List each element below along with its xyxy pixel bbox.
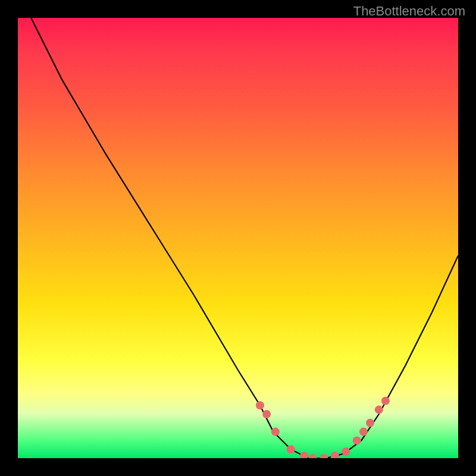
highlight-dot xyxy=(271,428,280,436)
highlight-dot xyxy=(287,445,295,453)
highlight-dot xyxy=(342,447,350,456)
highlight-dot xyxy=(381,397,390,405)
highlight-dot xyxy=(359,428,368,436)
highlight-dot xyxy=(262,410,271,418)
chart-svg xyxy=(18,18,458,458)
highlight-dot xyxy=(366,419,374,427)
highlight-dot xyxy=(309,454,317,458)
watermark-text: TheBottleneck.com xyxy=(353,4,465,19)
highlight-dot xyxy=(320,454,328,458)
highlight-dot xyxy=(256,401,264,409)
bottleneck-curve-line xyxy=(31,18,458,458)
highlight-dot xyxy=(300,452,308,458)
highlight-dot xyxy=(331,452,339,458)
highlight-dot xyxy=(375,406,383,414)
highlight-dot xyxy=(353,436,361,444)
